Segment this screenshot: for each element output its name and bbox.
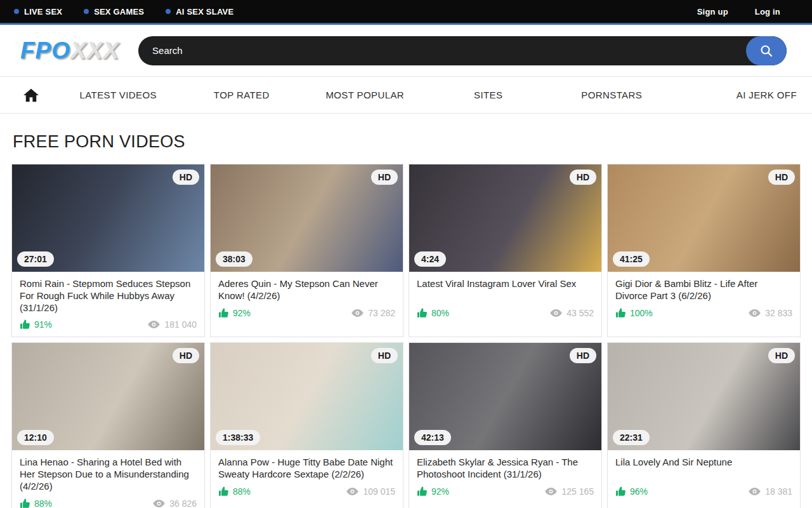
thumbs-up-icon bbox=[20, 498, 30, 508]
nav-item-top-rated[interactable]: TOP RATED bbox=[180, 90, 304, 100]
video-card[interactable]: HD 38:03 Aderes Quin - My Stepson Can Ne… bbox=[210, 164, 403, 337]
video-info: Alanna Pow - Huge Titty Babe Date Night … bbox=[211, 450, 403, 504]
video-card[interactable]: HD 12:10 Lina Henao - Sharing a Hotel Be… bbox=[11, 342, 205, 508]
main-content: FREE PORN VIDEOS HD 27:01 Romi Rain - St… bbox=[0, 132, 812, 508]
video-card[interactable]: HD 4:24 Latest Viral Instagram Lover Vir… bbox=[409, 164, 602, 337]
video-card[interactable]: HD 1:38:33 Alanna Pow - Huge Titty Babe … bbox=[210, 342, 403, 508]
duration-badge: 27:01 bbox=[17, 251, 54, 267]
rating-badge: 96% bbox=[615, 486, 648, 497]
views-counter: 43 552 bbox=[550, 308, 594, 318]
promo-link-label: SEX GAMES bbox=[94, 7, 144, 17]
eye-icon bbox=[550, 309, 562, 318]
search-button[interactable] bbox=[746, 36, 787, 65]
eye-icon bbox=[749, 487, 761, 496]
video-title[interactable]: Romi Rain - Stepmom Seduces Stepson For … bbox=[20, 278, 197, 314]
video-title[interactable]: Alanna Pow - Huge Titty Babe Date Night … bbox=[218, 457, 395, 481]
video-stats: 91% 181 040 bbox=[20, 319, 197, 330]
promo-link-label: LIVE SEX bbox=[24, 7, 62, 17]
rating-value: 91% bbox=[34, 319, 52, 330]
rating-value: 88% bbox=[34, 498, 52, 508]
hd-badge: HD bbox=[570, 348, 596, 363]
nav-item-sites[interactable]: SITES bbox=[427, 90, 551, 100]
video-card[interactable]: HD 42:13 Elizabeth Skylar & Jessica Ryan… bbox=[409, 342, 602, 508]
video-thumbnail[interactable]: HD 1:38:33 bbox=[211, 343, 403, 450]
rating-value: 92% bbox=[431, 486, 449, 497]
video-title[interactable]: Elizabeth Skylar & Jessica Ryan - The Ph… bbox=[417, 457, 594, 481]
promo-link-sex-games[interactable]: SEX GAMES bbox=[84, 7, 144, 17]
views-counter: 181 040 bbox=[148, 319, 197, 330]
nav-item-ai-jerk-off[interactable]: AI JERK OFF bbox=[674, 90, 797, 100]
views-counter: 73 282 bbox=[351, 308, 395, 318]
views-value: 32 833 bbox=[765, 308, 792, 318]
video-thumbnail[interactable]: HD 42:13 bbox=[409, 343, 601, 450]
video-info: Lila Lovely And Sir Neptune 96% 18 381 bbox=[608, 450, 800, 504]
eye-icon bbox=[148, 320, 160, 329]
video-title[interactable]: Latest Viral Instagram Lover Viral Sex bbox=[417, 278, 594, 302]
signup-link[interactable]: Sign up bbox=[697, 7, 728, 17]
logo-text-xxx: XXX bbox=[70, 37, 119, 64]
video-title[interactable]: Aderes Quin - My Stepson Can Never Know!… bbox=[218, 278, 395, 302]
views-value: 181 040 bbox=[164, 319, 197, 330]
rating-value: 80% bbox=[431, 308, 449, 318]
video-thumbnail[interactable]: HD 27:01 bbox=[12, 164, 204, 272]
hd-badge: HD bbox=[371, 170, 398, 185]
video-info: Gigi Dior & Bambi Blitz - Life After Div… bbox=[608, 272, 800, 325]
bullet-dot-icon bbox=[166, 9, 171, 14]
eye-icon bbox=[153, 499, 165, 508]
promo-link-ai-sex-slave[interactable]: AI SEX SLAVE bbox=[166, 7, 233, 17]
nav-item-latest-videos[interactable]: LATEST VIDEOS bbox=[56, 90, 180, 100]
video-thumbnail[interactable]: HD 22:31 bbox=[608, 343, 800, 450]
thumbs-up-icon bbox=[218, 486, 229, 497]
search-input[interactable] bbox=[138, 36, 746, 65]
nav-home-button[interactable] bbox=[15, 88, 56, 103]
promo-link-live-sex[interactable]: LIVE SEX bbox=[14, 7, 62, 17]
views-value: 73 282 bbox=[368, 308, 395, 318]
rating-badge: 92% bbox=[218, 308, 251, 318]
video-title[interactable]: Gigi Dior & Bambi Blitz - Life After Div… bbox=[615, 278, 792, 302]
video-info: Lina Henao - Sharing a Hotel Bed with He… bbox=[12, 450, 204, 508]
thumbs-up-icon bbox=[20, 319, 30, 330]
search-bar bbox=[138, 36, 787, 65]
thumbs-up-icon bbox=[218, 308, 229, 318]
video-thumbnail[interactable]: HD 41:25 bbox=[608, 164, 800, 272]
video-card[interactable]: HD 27:01 Romi Rain - Stepmom Seduces Ste… bbox=[11, 164, 205, 337]
video-thumbnail[interactable]: HD 12:10 bbox=[12, 343, 204, 450]
rating-value: 96% bbox=[630, 486, 648, 497]
rating-badge: 88% bbox=[20, 498, 52, 508]
promo-links: LIVE SEX SEX GAMES AI SEX SLAVE bbox=[14, 7, 233, 17]
house-icon bbox=[23, 88, 39, 103]
video-info: Elizabeth Skylar & Jessica Ryan - The Ph… bbox=[409, 450, 601, 504]
nav-item-pornstars[interactable]: PORNSTARS bbox=[550, 90, 674, 100]
video-thumbnail[interactable]: HD 4:24 bbox=[409, 164, 601, 272]
video-card[interactable]: HD 41:25 Gigi Dior & Bambi Blitz - Life … bbox=[607, 164, 801, 337]
nav-item-most-popular[interactable]: MOST POPULAR bbox=[303, 90, 427, 100]
magnifier-icon bbox=[759, 44, 773, 58]
account-links: Sign up Log in bbox=[697, 7, 798, 17]
eye-icon bbox=[749, 309, 761, 318]
promo-topbar: LIVE SEX SEX GAMES AI SEX SLAVE Sign up … bbox=[0, 0, 812, 25]
rating-badge: 100% bbox=[615, 308, 653, 318]
hd-badge: HD bbox=[570, 170, 596, 185]
video-stats: 88% 36 826 bbox=[20, 498, 197, 508]
main-nav: LATEST VIDEOS TOP RATED MOST POPULAR SIT… bbox=[0, 76, 812, 114]
hd-badge: HD bbox=[173, 170, 199, 185]
thumbs-up-icon bbox=[615, 486, 626, 497]
hd-badge: HD bbox=[768, 348, 795, 363]
video-card[interactable]: HD 22:31 Lila Lovely And Sir Neptune 96% bbox=[607, 342, 801, 508]
video-title[interactable]: Lina Henao - Sharing a Hotel Bed with He… bbox=[20, 457, 197, 492]
views-value: 36 826 bbox=[169, 498, 197, 508]
thumbs-up-icon bbox=[417, 486, 428, 497]
rating-badge: 88% bbox=[218, 486, 251, 497]
site-logo[interactable]: FPOXXX bbox=[20, 37, 119, 64]
video-info: Romi Rain - Stepmom Seduces Stepson For … bbox=[12, 272, 204, 337]
rating-value: 100% bbox=[630, 308, 653, 318]
eye-icon bbox=[346, 487, 358, 496]
views-value: 109 015 bbox=[363, 486, 395, 497]
views-value: 43 552 bbox=[566, 308, 594, 318]
login-link[interactable]: Log in bbox=[755, 7, 780, 17]
video-thumbnail[interactable]: HD 38:03 bbox=[211, 164, 403, 272]
video-title[interactable]: Lila Lovely And Sir Neptune bbox=[615, 457, 792, 481]
video-stats: 96% 18 381 bbox=[615, 486, 792, 497]
hd-badge: HD bbox=[768, 170, 795, 185]
duration-badge: 12:10 bbox=[17, 430, 54, 445]
